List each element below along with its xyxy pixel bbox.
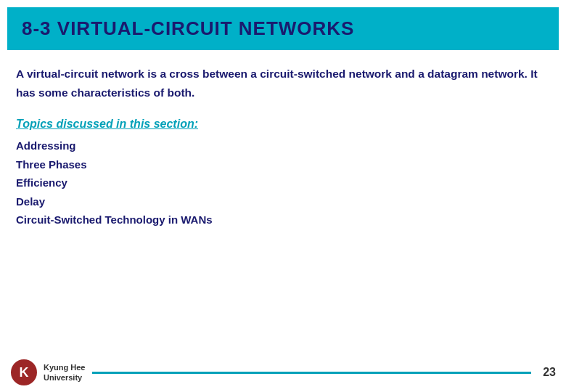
topic-item: Addressing	[16, 136, 550, 155]
topic-item: Circuit-Switched Technology in WANs	[16, 211, 550, 229]
slide: 8-3 VIRTUAL-CIRCUIT NETWORKS A virtual-c…	[0, 0, 566, 392]
footer-left: K Kyung Hee University	[10, 359, 85, 386]
footer: K Kyung Hee University 23	[0, 354, 566, 392]
topics-list: AddressingThree PhasesEfficiencyDelayCir…	[16, 136, 550, 229]
content-area: A virtual-circuit network is a cross bet…	[0, 50, 566, 392]
topic-item: Efficiency	[16, 173, 550, 192]
intro-paragraph: A virtual-circuit network is a cross bet…	[16, 65, 550, 102]
university-name: Kyung Hee University	[44, 362, 85, 383]
footer-divider	[92, 372, 531, 374]
svg-text:K: K	[20, 365, 29, 380]
slide-title: 8-3 VIRTUAL-CIRCUIT NETWORKS	[22, 17, 354, 39]
topic-item: Three Phases	[16, 155, 550, 174]
header-bar: 8-3 VIRTUAL-CIRCUIT NETWORKS	[7, 7, 559, 50]
topics-heading: Topics discussed in this section:	[16, 118, 550, 131]
topic-item: Delay	[16, 192, 550, 211]
university-logo-icon: K	[10, 359, 38, 386]
page-number: 23	[541, 366, 556, 379]
